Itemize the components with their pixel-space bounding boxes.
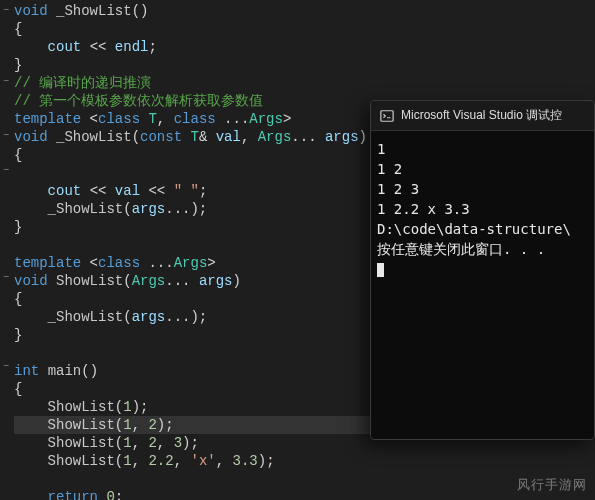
- code-token: ,: [157, 111, 174, 127]
- code-token: [14, 435, 48, 451]
- code-token: void: [14, 273, 48, 289]
- code-token: Args: [258, 129, 292, 145]
- fold-toggle: [0, 411, 12, 429]
- code-token: ,: [157, 435, 174, 451]
- code-token: [81, 183, 89, 199]
- code-line[interactable]: }: [14, 56, 595, 74]
- fold-toggle: [0, 305, 12, 323]
- code-token: );: [182, 435, 199, 451]
- code-token: 3.3: [233, 453, 258, 469]
- fold-toggle[interactable]: −: [0, 2, 12, 20]
- code-token: Args: [174, 255, 208, 271]
- code-token: <<: [90, 39, 107, 55]
- console-cursor: [377, 263, 384, 277]
- fold-toggle: [0, 340, 12, 358]
- code-token: ...: [165, 201, 190, 217]
- code-token: ...: [224, 111, 249, 127]
- code-token: [14, 399, 48, 415]
- code-token: cout: [48, 183, 82, 199]
- code-token: _ShowList: [48, 201, 124, 217]
- code-token: ,: [241, 129, 258, 145]
- code-token: ShowList: [48, 399, 115, 415]
- code-token: >: [283, 111, 291, 127]
- code-token: ShowList: [48, 435, 115, 451]
- code-token: {: [14, 21, 22, 37]
- code-token: ;: [148, 39, 156, 55]
- fold-toggle[interactable]: −: [0, 73, 12, 91]
- code-token: class: [98, 111, 140, 127]
- code-token: ;: [199, 183, 207, 199]
- code-token: void: [14, 129, 48, 145]
- code-token: template: [14, 255, 81, 271]
- code-token: [14, 417, 48, 433]
- code-line[interactable]: [14, 470, 595, 488]
- code-line[interactable]: {: [14, 20, 595, 38]
- code-token: 0: [106, 489, 114, 500]
- code-token: ...: [148, 255, 173, 271]
- code-token: args: [132, 201, 166, 217]
- code-line[interactable]: ShowList(1, 2);: [14, 416, 394, 434]
- code-line[interactable]: return 0;: [14, 488, 595, 500]
- fold-toggle: [0, 216, 12, 234]
- code-token: ,: [174, 453, 191, 469]
- code-token: _ShowList: [48, 309, 124, 325]
- code-token: }: [14, 57, 22, 73]
- fold-toggle: [0, 20, 12, 38]
- code-token: ...: [165, 273, 190, 289]
- console-line: 按任意键关闭此窗口. . .: [377, 239, 588, 259]
- code-line[interactable]: // 编译时的递归推演: [14, 74, 595, 92]
- code-token: [317, 129, 325, 145]
- fold-toggle[interactable]: −: [0, 358, 12, 376]
- code-token: _ShowList: [56, 3, 132, 19]
- console-line: 1 2.2 x 3.3: [377, 199, 588, 219]
- code-token: <: [81, 255, 98, 271]
- code-token: <: [81, 111, 98, 127]
- code-token: return: [48, 489, 98, 500]
- code-token: {: [14, 291, 22, 307]
- code-token: (: [115, 453, 123, 469]
- fold-toggle: [0, 251, 12, 269]
- code-token: );: [190, 309, 207, 325]
- code-line[interactable]: cout << endl;: [14, 38, 595, 56]
- code-token: <<: [148, 183, 165, 199]
- code-token: // 编译时的递归推演: [14, 75, 151, 91]
- fold-toggle: [0, 287, 12, 305]
- code-token: ,: [216, 453, 233, 469]
- code-token: [165, 183, 173, 199]
- code-token: (: [115, 435, 123, 451]
- fold-toggle: [0, 109, 12, 127]
- fold-gutter[interactable]: −−−−−−: [0, 0, 12, 500]
- code-token: ;: [115, 489, 123, 500]
- console-line: 1 2 3: [377, 179, 588, 199]
- code-token: ...: [291, 129, 316, 145]
- code-token: T: [148, 111, 156, 127]
- code-token: Args: [249, 111, 283, 127]
- debug-console-window[interactable]: Microsoft Visual Studio 调试控 11 21 2 31 2…: [370, 100, 595, 440]
- watermark-text: 风行手游网: [517, 476, 587, 494]
- console-title-text: Microsoft Visual Studio 调试控: [401, 107, 562, 124]
- fold-toggle: [0, 55, 12, 73]
- code-token: ,: [132, 435, 149, 451]
- code-token: main: [48, 363, 82, 379]
- code-token: _ShowList: [56, 129, 132, 145]
- code-line[interactable]: ShowList(1, 2.2, 'x', 3.3);: [14, 452, 595, 470]
- fold-toggle[interactable]: −: [0, 269, 12, 287]
- code-token: }: [14, 219, 22, 235]
- fold-toggle[interactable]: −: [0, 162, 12, 180]
- code-token: (: [123, 273, 131, 289]
- code-token: ...: [165, 309, 190, 325]
- code-token: 2: [148, 417, 156, 433]
- code-token: [14, 39, 48, 55]
- code-token: [48, 273, 56, 289]
- code-token: [39, 363, 47, 379]
- code-token: (: [115, 399, 123, 415]
- svg-rect-0: [381, 110, 393, 121]
- code-token: );: [157, 417, 174, 433]
- code-line[interactable]: void _ShowList(): [14, 2, 595, 20]
- code-token: &: [199, 129, 216, 145]
- code-token: [216, 111, 224, 127]
- code-token: 'x': [190, 453, 215, 469]
- console-titlebar[interactable]: Microsoft Visual Studio 调试控: [371, 101, 594, 131]
- fold-toggle[interactable]: −: [0, 127, 12, 145]
- code-token: val: [115, 183, 140, 199]
